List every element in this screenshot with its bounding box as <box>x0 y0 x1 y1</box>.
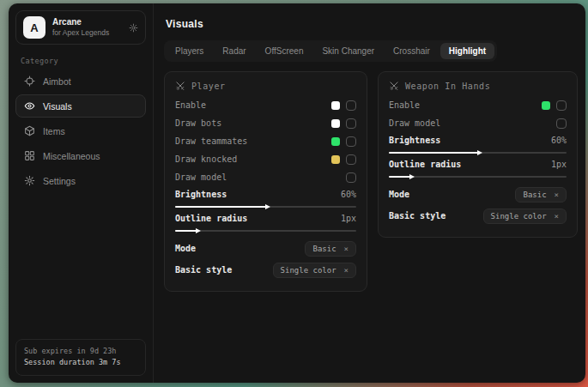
setting-row: Draw model <box>175 168 356 186</box>
session-info-box: Sub expires in 9d 23h Session duration 3… <box>15 339 146 376</box>
slider-label: Outline radius <box>389 160 551 169</box>
slider-head: Outline radius1px <box>175 214 356 223</box>
chip-row: Basic styleSingle color× <box>389 205 567 227</box>
setting-label: Enable <box>175 100 331 110</box>
slider-track[interactable] <box>389 176 567 178</box>
tab-crosshair[interactable]: Crosshair <box>385 43 439 59</box>
slider-head: Brightness60% <box>389 136 567 145</box>
slider-value: 60% <box>551 136 567 145</box>
slider-value: 60% <box>341 190 356 199</box>
slider-thumb[interactable] <box>265 204 270 209</box>
setting-label: Draw knocked <box>175 154 331 164</box>
color-swatch[interactable] <box>331 101 340 110</box>
remove-icon[interactable]: × <box>555 190 559 199</box>
checkbox[interactable] <box>556 100 567 111</box>
brand-header: A Arcane for Apex Legends <box>15 10 146 45</box>
slider-track[interactable] <box>175 230 356 232</box>
sidebar-item-label: Visuals <box>43 101 72 112</box>
setting-row: Draw teammates <box>175 132 356 150</box>
app-title: Arcane <box>52 17 122 28</box>
chip-row: ModeBasic× <box>389 184 567 205</box>
setting-row: Enable <box>389 96 567 114</box>
checkbox[interactable] <box>346 136 356 147</box>
sidebar: A Arcane for Apex Legends Category Aimbo… <box>9 3 154 383</box>
tab-bar: PlayersRadarOffScreenSkin ChangerCrossha… <box>164 40 497 62</box>
slider-label: Outline radius <box>175 214 341 223</box>
slider-thumb[interactable] <box>196 228 201 233</box>
slider-value: 1px <box>551 160 567 169</box>
chip-row-label: Mode <box>389 190 515 199</box>
aimbot-crosshair-icon <box>24 76 35 87</box>
tab-skin-changer[interactable]: Skin Changer <box>313 43 383 59</box>
tab-offscreen[interactable]: OffScreen <box>257 43 312 59</box>
slider-track[interactable] <box>175 206 356 208</box>
setting-row: Draw model <box>389 114 567 132</box>
sidebar-nav: AimbotVisualsItemsMiscellaneousSettings <box>15 70 146 192</box>
slider-fill <box>389 176 410 178</box>
slider-value: 1px <box>341 214 356 223</box>
slider-thumb[interactable] <box>409 174 415 179</box>
setting-label: Draw model <box>389 118 556 128</box>
checkbox[interactable] <box>346 172 356 183</box>
checkbox[interactable] <box>346 100 356 111</box>
slider-head: Brightness60% <box>175 190 356 199</box>
sidebar-item-settings[interactable]: Settings <box>15 169 146 192</box>
page-title: Visuals <box>166 18 578 30</box>
selected-option-chip[interactable]: Basic× <box>305 241 356 257</box>
card-title: Player <box>191 82 226 91</box>
slider-row: Outline radius1px <box>389 160 567 178</box>
selected-option-chip[interactable]: Single color× <box>273 263 356 278</box>
checkbox[interactable] <box>346 154 356 165</box>
sidebar-item-label: Miscellaneous <box>43 151 100 161</box>
chip-row-label: Basic style <box>389 211 483 221</box>
checkbox[interactable] <box>346 118 356 129</box>
chip-row-label: Mode <box>175 244 305 253</box>
sidebar-item-label: Settings <box>43 176 76 186</box>
visuals-eye-icon <box>24 100 35 112</box>
sidebar-item-items[interactable]: Items <box>15 119 146 142</box>
sidebar-item-aimbot[interactable]: Aimbot <box>15 70 146 93</box>
card-header: Weapon In Hands <box>389 81 567 91</box>
main-panel: Visuals PlayersRadarOffScreenSkin Change… <box>154 3 585 383</box>
setting-label: Draw model <box>175 172 346 182</box>
slider-label: Brightness <box>175 190 341 199</box>
remove-icon[interactable]: × <box>344 266 349 275</box>
gear-icon[interactable] <box>129 23 138 33</box>
color-swatch[interactable] <box>542 101 550 110</box>
setting-label: Draw teammates <box>175 136 331 146</box>
remove-icon[interactable]: × <box>555 212 559 221</box>
tab-players[interactable]: Players <box>167 43 212 59</box>
card-header: Player <box>175 81 356 91</box>
selected-option-chip[interactable]: Single color× <box>483 209 567 224</box>
selected-option-chip[interactable]: Basic× <box>515 187 567 203</box>
slider-thumb[interactable] <box>477 150 482 155</box>
settings-card: Weapon In HandsEnableDraw modelBrightnes… <box>378 71 578 238</box>
setting-row: Enable <box>175 96 356 114</box>
remove-icon[interactable]: × <box>344 245 349 253</box>
slider-row: Brightness60% <box>389 136 567 154</box>
slider-track[interactable] <box>389 152 567 154</box>
settings-gear-icon <box>24 175 35 186</box>
slider-label: Brightness <box>389 136 551 145</box>
card-title: Weapon In Hands <box>405 82 490 91</box>
app-window: A Arcane for Apex Legends Category Aimbo… <box>9 3 585 383</box>
tab-highlight[interactable]: Highlight <box>440 43 494 59</box>
slider-head: Outline radius1px <box>389 160 567 169</box>
slider-fill <box>389 152 478 154</box>
chip-label: Basic <box>523 190 546 199</box>
slider-fill <box>175 206 266 208</box>
sidebar-item-visuals[interactable]: Visuals <box>15 94 146 118</box>
slider-row: Outline radius1px <box>175 214 356 232</box>
app-logo: A <box>23 16 45 39</box>
color-swatch[interactable] <box>331 155 340 164</box>
tab-radar[interactable]: Radar <box>214 43 254 59</box>
brand-text: Arcane for Apex Legends <box>52 17 122 37</box>
chip-row: ModeBasic× <box>175 238 356 259</box>
setting-row: Draw knocked <box>175 150 356 168</box>
chip-label: Single color <box>491 212 547 221</box>
sidebar-item-label: Aimbot <box>43 76 71 87</box>
color-swatch[interactable] <box>331 137 340 146</box>
sidebar-item-miscellaneous[interactable]: Miscellaneous <box>15 144 146 167</box>
color-swatch[interactable] <box>331 119 340 128</box>
checkbox[interactable] <box>556 118 567 129</box>
